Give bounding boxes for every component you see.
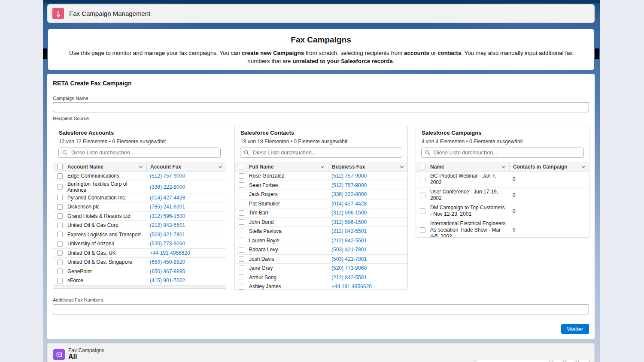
fax-link[interactable]: +44 191 4956620 <box>150 250 190 256</box>
contacts-count-text: 18 von 18 Elementen • 0 Elemente ausgewä… <box>240 139 402 145</box>
campaign-name-input[interactable] <box>53 102 589 112</box>
row-checkbox[interactable] <box>57 184 63 190</box>
cell-name: GC Product Webinar - Jan 7, 2002 <box>429 173 509 186</box>
footer-toolbar-button-1[interactable] <box>553 360 564 362</box>
column-header-business-fax[interactable]: Business Fax <box>328 162 407 171</box>
app-title: Fax Campaign Management <box>69 10 150 17</box>
fax-link[interactable]: (503) 421-7801 <box>331 256 367 262</box>
fax-link[interactable]: (650) 450-8820 <box>150 259 185 265</box>
fax-link[interactable]: (014) 427-4428 <box>150 195 185 201</box>
row-checkbox[interactable] <box>239 210 244 216</box>
row-check-cell <box>235 182 248 188</box>
footer-search-input[interactable] <box>475 360 550 362</box>
row-checkbox[interactable] <box>420 193 425 198</box>
fax-link[interactable]: +44 191 4956620 <box>331 284 372 290</box>
row-checkbox[interactable] <box>57 250 63 256</box>
fax-link[interactable]: (415) 901-7002 <box>150 278 185 284</box>
fax-link[interactable]: (336) 222-8000 <box>150 184 185 190</box>
fax-link[interactable]: (512) 757-9000 <box>150 173 185 179</box>
fax-link[interactable]: (503) 421-7801 <box>331 247 367 253</box>
fax-link[interactable]: (503) 421-7801 <box>150 232 185 238</box>
row-checkbox[interactable] <box>57 232 63 237</box>
row-checkbox[interactable] <box>57 204 63 210</box>
row-checkbox[interactable] <box>57 223 63 228</box>
column-header-account-fax[interactable]: Account Fax <box>146 162 226 171</box>
chevron-down-icon <box>400 166 404 168</box>
fax-link[interactable]: (520) 773-9060 <box>150 241 185 247</box>
column-header-account-name[interactable]: Account Name <box>66 162 146 171</box>
cell-name: Grand Hotels & Resorts Ltd <box>66 213 146 219</box>
table-row: United Oil & Gas, Singapore(650) 450-882… <box>53 258 226 267</box>
select-all-checkbox[interactable] <box>420 164 425 169</box>
table-row: Edge Communications(512) 757-9000 <box>53 172 226 181</box>
footer-toolbar-button-3[interactable] <box>578 360 589 362</box>
row-checkbox[interactable] <box>239 284 244 290</box>
select-all-checkbox[interactable] <box>239 164 244 169</box>
fax-link[interactable]: (212) 842-5501 <box>331 275 367 281</box>
table-row: Pyramid Construction Inc.(014) 427-4428 <box>53 193 226 203</box>
row-checkbox[interactable] <box>239 192 244 197</box>
row-checkbox[interactable] <box>57 195 63 200</box>
row-checkbox[interactable] <box>239 201 244 206</box>
row-checkbox[interactable] <box>57 278 63 284</box>
additional-fax-input[interactable] <box>53 304 589 314</box>
cell-name: Pyramid Construction Inc. <box>66 195 146 201</box>
accounts-search-input[interactable] <box>70 149 217 156</box>
fax-campaign-management-screen: Fax Campaign Management Fax Campaigns Us… <box>0 0 644 362</box>
row-checkbox[interactable] <box>57 213 63 219</box>
row-checkbox[interactable] <box>239 229 244 234</box>
fax-link[interactable]: (312) 596-1500 <box>150 213 185 219</box>
row-checkbox[interactable] <box>239 275 244 280</box>
cell-name: Lauren Boyle <box>248 238 328 244</box>
fax-link[interactable]: (650) 867-9895 <box>150 268 185 275</box>
fax-link[interactable]: (336) 222-8000 <box>331 191 367 197</box>
row-check-cell <box>53 268 66 274</box>
column-header-full-name[interactable]: Full Name <box>248 162 328 171</box>
search-icon <box>62 150 67 155</box>
accounts-count-text: 12 von 12 Elementen • 0 Elemente ausgewä… <box>59 139 220 145</box>
footer-toolbar-button-2[interactable] <box>565 360 577 362</box>
table-row: GC Product Webinar - Jan 7, 20020 <box>416 172 589 187</box>
fax-link[interactable]: (212) 842-5501 <box>150 222 185 228</box>
fax-link[interactable]: (312) 596-1500 <box>331 210 367 216</box>
table-row: Dickenson plc(785) 241-6201 <box>53 202 226 212</box>
table-row: User Conference - Jun 17-19, 20020 <box>416 187 589 203</box>
row-checkbox[interactable] <box>57 268 63 274</box>
row-checkbox[interactable] <box>239 173 244 179</box>
fax-campaigns-list-card: Fax Campaigns All <box>47 343 595 362</box>
fax-link[interactable]: (014) 427-4428 <box>331 201 367 207</box>
fax-link[interactable]: (212) 842-5501 <box>331 238 367 244</box>
table-row: John Bond(312) 596-1500 <box>235 218 407 227</box>
fax-link[interactable]: (512) 757-9000 <box>331 173 367 179</box>
row-checkbox[interactable] <box>420 227 425 233</box>
contacts-search-input[interactable] <box>252 149 398 156</box>
cell-value: 0 <box>513 208 516 214</box>
row-checkbox[interactable] <box>239 256 244 262</box>
row-checkbox[interactable] <box>420 177 425 182</box>
fax-link[interactable]: (512) 757-9000 <box>331 182 367 188</box>
column-header-name[interactable]: Name <box>429 162 509 171</box>
row-checkbox[interactable] <box>239 265 244 271</box>
row-checkbox[interactable] <box>420 208 425 214</box>
fax-link[interactable]: (785) 241-6201 <box>150 204 185 210</box>
row-checkbox[interactable] <box>57 173 63 179</box>
cell-name: User Conference - Jun 17-19, 2002 <box>429 189 509 202</box>
table-row: Lauren Boyle(212) 842-5501 <box>235 236 407 246</box>
weiter-button[interactable]: Weiter <box>561 324 589 334</box>
horizontal-scrollbar[interactable] <box>53 286 226 289</box>
row-check-cell <box>53 278 66 284</box>
row-checkbox[interactable] <box>239 247 244 253</box>
fax-link[interactable]: (520) 773-9060 <box>331 265 367 271</box>
fax-link[interactable]: (212) 842-5501 <box>331 228 367 234</box>
row-checkbox[interactable] <box>239 238 244 243</box>
column-header-contacts-in-campaign[interactable]: Contacts in Campaign <box>509 162 589 171</box>
row-checkbox[interactable] <box>239 182 244 188</box>
chevron-down-icon <box>501 166 506 168</box>
cell-name: Jack Rogers <box>248 191 328 197</box>
fax-link[interactable]: (312) 596-1500 <box>331 219 367 225</box>
row-checkbox[interactable] <box>57 241 63 247</box>
row-checkbox[interactable] <box>57 259 63 265</box>
campaigns-search-input[interactable] <box>433 149 580 156</box>
row-checkbox[interactable] <box>239 219 244 225</box>
select-all-checkbox[interactable] <box>57 164 63 169</box>
